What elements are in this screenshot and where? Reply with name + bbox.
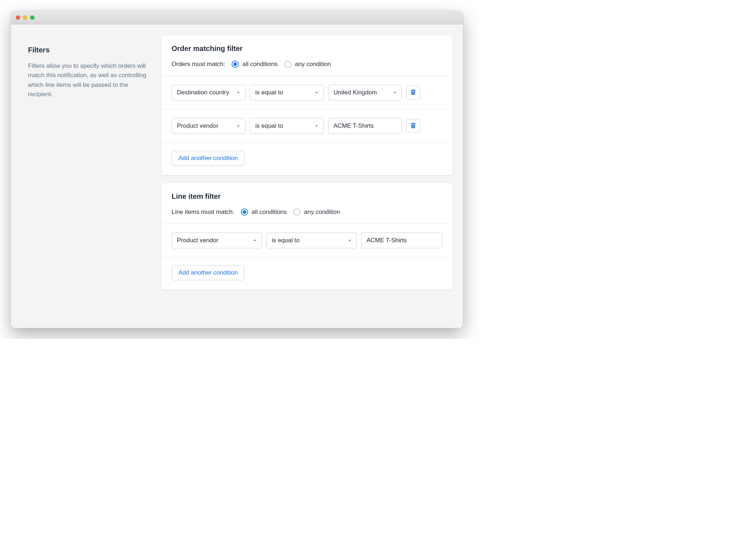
content-area: Filters Filters allow you to specify whi… xyxy=(11,24,463,328)
condition-value-input[interactable] xyxy=(328,118,402,134)
line-filter-title: Line item filter xyxy=(172,192,442,201)
chevron-down-icon xyxy=(236,123,241,128)
radio-any-condition[interactable]: any condition xyxy=(284,61,331,68)
radio-icon xyxy=(293,209,300,216)
chevron-down-icon xyxy=(236,90,241,95)
radio-icon xyxy=(241,209,248,216)
chevron-down-icon xyxy=(347,238,352,243)
select-value: Product vendor xyxy=(177,122,231,130)
order-filter-card: Order matching filter Orders must match:… xyxy=(162,35,452,175)
select-value: is equal to xyxy=(255,122,309,130)
chevron-down-icon xyxy=(392,90,397,95)
order-filter-title: Order matching filter xyxy=(172,44,442,53)
condition-field-select[interactable]: Product vendor xyxy=(172,233,262,248)
condition-row: Product vendor is equal to xyxy=(172,224,442,257)
order-match-row: Orders must match: all conditions any co… xyxy=(172,61,442,76)
radio-label: any condition xyxy=(304,209,340,216)
add-condition-button[interactable]: Add another condition xyxy=(172,265,244,280)
condition-operator-select[interactable]: is equal to xyxy=(250,118,324,134)
line-match-label: Line items must match: xyxy=(172,209,234,216)
radio-any-condition[interactable]: any condition xyxy=(293,209,340,216)
select-value: United Kingdom xyxy=(333,89,387,96)
radio-all-conditions[interactable]: all conditions xyxy=(241,209,287,216)
condition-row: Product vendor is equal to xyxy=(172,109,442,142)
app-window: Filters Filters allow you to specify whi… xyxy=(11,11,463,328)
sidebar: Filters Filters allow you to specify whi… xyxy=(22,35,151,317)
delete-condition-button[interactable] xyxy=(406,119,420,133)
sidebar-description: Filters allow you to specify which order… xyxy=(28,61,151,99)
chevron-down-icon xyxy=(252,238,257,243)
select-value: Destination country xyxy=(177,89,231,96)
order-match-label: Orders must match: xyxy=(172,61,225,68)
minimize-icon[interactable] xyxy=(23,15,27,20)
chevron-down-icon xyxy=(314,90,319,95)
close-icon[interactable] xyxy=(16,15,20,20)
trash-icon xyxy=(410,89,416,97)
condition-value-input[interactable] xyxy=(361,233,442,248)
sidebar-title: Filters xyxy=(28,46,151,54)
order-match-radio-group: all conditions any condition xyxy=(232,61,331,68)
add-condition-button[interactable]: Add another condition xyxy=(172,151,244,166)
condition-operator-select[interactable]: is equal to xyxy=(250,85,324,100)
select-value: Product vendor xyxy=(177,237,247,244)
radio-icon xyxy=(232,61,239,68)
radio-icon xyxy=(284,61,291,68)
line-match-radio-group: all conditions any condition xyxy=(241,209,340,216)
condition-field-select[interactable]: Product vendor xyxy=(172,118,246,134)
trash-icon xyxy=(410,122,416,130)
radio-label: all conditions xyxy=(242,61,277,68)
divider xyxy=(162,257,452,257)
maximize-icon[interactable] xyxy=(30,15,34,20)
radio-label: any condition xyxy=(295,61,331,68)
delete-condition-button[interactable] xyxy=(406,86,420,99)
divider xyxy=(162,142,452,143)
condition-row: Destination country is equal to United K… xyxy=(172,76,442,109)
condition-value-select[interactable]: United Kingdom xyxy=(328,85,402,100)
line-match-row: Line items must match: all conditions an… xyxy=(172,209,442,224)
radio-label: all conditions xyxy=(252,209,287,216)
condition-field-select[interactable]: Destination country xyxy=(172,85,246,100)
main-panel: Order matching filter Orders must match:… xyxy=(162,35,452,317)
select-value: is equal to xyxy=(272,237,342,244)
line-filter-card: Line item filter Line items must match: … xyxy=(162,183,452,290)
titlebar xyxy=(11,11,463,24)
select-value: is equal to xyxy=(255,89,309,96)
chevron-down-icon xyxy=(314,123,319,128)
condition-operator-select[interactable]: is equal to xyxy=(266,233,357,248)
radio-all-conditions[interactable]: all conditions xyxy=(232,61,277,68)
